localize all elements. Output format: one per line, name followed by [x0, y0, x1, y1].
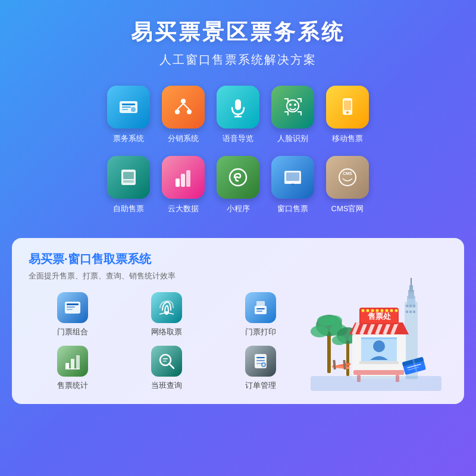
svg-point-18 — [346, 111, 349, 114]
svg-point-71 — [327, 315, 342, 326]
icon-box-big-data — [162, 156, 205, 199]
panel-subtitle: 全面提升售票、打票、查询、销售统计效率 — [29, 271, 305, 281]
icon-label-ticket-system: 票务系统 — [113, 133, 144, 144]
svg-rect-46 — [163, 358, 168, 359]
svg-rect-17 — [344, 101, 351, 110]
icon-item-mini-program[interactable]: 小程序 — [217, 156, 259, 214]
icon-item-voice-guide[interactable]: 语音导览 — [217, 86, 259, 144]
icon-label-big-data: 云大数据 — [168, 203, 199, 214]
svg-rect-60 — [406, 305, 408, 307]
feature-item-sales-stats[interactable]: 售票统计 — [29, 346, 117, 391]
icon-box-cms: CMS — [326, 156, 369, 199]
svg-line-8 — [177, 104, 183, 109]
svg-rect-64 — [409, 311, 412, 313]
icon-item-self-service[interactable]: 自助售票 — [107, 156, 150, 214]
feature-icon-sales-stats — [57, 346, 88, 377]
svg-rect-92 — [353, 370, 404, 375]
icon-item-distribution[interactable]: 分销系统 — [162, 86, 205, 144]
icon-box-distribution — [162, 86, 205, 129]
feature-label-network-ticket: 网络取票 — [151, 327, 182, 337]
icon-label-self-service: 自助售票 — [113, 203, 144, 214]
feature-icon-ticket-combo — [57, 292, 88, 323]
feature-item-shift-query[interactable]: 当班查询 — [123, 346, 211, 391]
bottom-right-section: 售票处 — [305, 251, 447, 391]
bottom-left-section: 易买票·窗口售取票系统 全面提升售票、打票、查询、销售统计效率 门票组合 网络取… — [29, 251, 305, 391]
main-container: 易买票景区票务系统 人工窗口售票系统解决方案 票务系统 分销系统 语音导览 人脸… — [0, 0, 476, 476]
svg-rect-27 — [286, 173, 299, 181]
svg-point-5 — [181, 99, 186, 104]
svg-rect-2 — [122, 107, 131, 108]
feature-icon-network-ticket — [151, 292, 182, 323]
feature-label-ticket-print: 门票打印 — [245, 327, 276, 337]
svg-text:CMS: CMS — [343, 171, 352, 176]
feature-label-order-mgmt: 订单管理 — [245, 380, 276, 391]
bottom-panel: 易买票·窗口售取票系统 全面提升售票、打票、查询、销售统计效率 门票组合 网络取… — [12, 238, 464, 404]
svg-point-15 — [294, 104, 296, 106]
icon-box-mini-program — [217, 156, 259, 199]
svg-point-85 — [395, 309, 398, 312]
svg-rect-103 — [333, 360, 336, 369]
icon-item-cms[interactable]: CMS CMS官网 — [326, 156, 369, 214]
svg-point-68 — [311, 325, 328, 337]
svg-rect-50 — [256, 360, 265, 361]
svg-rect-49 — [256, 357, 265, 358]
svg-rect-1 — [122, 104, 135, 105]
svg-rect-33 — [67, 303, 79, 305]
icon-label-window-ticket: 窗口售票 — [277, 203, 308, 214]
svg-rect-21 — [123, 180, 134, 183]
icon-item-face-recognition[interactable]: 人脸识别 — [271, 86, 314, 144]
svg-rect-47 — [163, 361, 167, 362]
top-icons-grid: 票务系统 分销系统 语音导览 人脸识别 移动售票 — [36, 86, 440, 226]
feature-label-ticket-combo: 门票组合 — [57, 327, 88, 337]
feature-grid: 门票组合 网络取票 门票打印 售票统计 当班查询 订单管理 — [29, 292, 305, 391]
icon-item-ticket-system[interactable]: 票务系统 — [107, 86, 150, 144]
svg-rect-20 — [123, 172, 134, 179]
svg-rect-63 — [406, 311, 408, 313]
svg-point-29 — [292, 183, 294, 186]
icon-item-big-data[interactable]: 云大数据 — [162, 156, 205, 214]
feature-label-sales-stats: 售票统计 — [57, 380, 88, 391]
icon-item-mobile-ticket[interactable]: 移动售票 — [326, 86, 369, 144]
sub-title: 人工窗口售票系统解决方案 — [159, 52, 317, 68]
feature-item-ticket-combo[interactable]: 门票组合 — [29, 292, 117, 337]
svg-rect-90 — [359, 361, 399, 364]
icon-box-ticket-system — [107, 86, 150, 129]
svg-rect-72 — [346, 340, 349, 376]
icon-label-cms: CMS官网 — [331, 203, 364, 214]
svg-point-6 — [175, 109, 180, 114]
svg-rect-24 — [186, 170, 190, 187]
icon-box-window-ticket — [271, 156, 314, 199]
svg-rect-58 — [409, 285, 413, 292]
icon-item-window-ticket[interactable]: 窗口售票 — [271, 156, 314, 214]
svg-point-4 — [131, 107, 136, 112]
icon-label-mini-program: 小程序 — [227, 203, 250, 214]
feature-item-order-mgmt[interactable]: 订单管理 — [217, 346, 305, 391]
svg-rect-34 — [67, 306, 75, 308]
svg-point-7 — [187, 109, 192, 114]
svg-text:售票处: 售票处 — [367, 312, 391, 321]
panel-title: 易买票·窗口售取票系统 — [29, 251, 305, 267]
booth-illustration: 售票处 — [311, 272, 441, 391]
svg-rect-42 — [71, 359, 74, 369]
svg-rect-95 — [311, 376, 441, 391]
svg-rect-66 — [327, 331, 331, 373]
icon-box-face-recognition — [271, 86, 314, 129]
svg-rect-40 — [256, 301, 265, 307]
svg-rect-35 — [67, 309, 73, 310]
svg-rect-61 — [409, 305, 412, 307]
feature-item-ticket-print[interactable]: 门票打印 — [217, 292, 305, 337]
svg-rect-62 — [413, 305, 415, 307]
svg-rect-65 — [413, 311, 415, 313]
svg-rect-10 — [235, 99, 241, 110]
svg-rect-3 — [122, 109, 128, 110]
svg-point-78 — [362, 309, 365, 312]
svg-rect-41 — [65, 363, 69, 369]
feature-icon-shift-query — [151, 346, 182, 377]
svg-rect-22 — [176, 178, 180, 187]
main-title: 易买票景区票务系统 — [131, 18, 345, 47]
icons-row-1: 票务系统 分销系统 语音导览 人脸识别 移动售票 — [36, 86, 440, 144]
svg-point-74 — [332, 336, 346, 345]
feature-item-network-ticket[interactable]: 网络取票 — [123, 292, 211, 337]
svg-rect-43 — [76, 355, 80, 369]
icons-row-2: 自助售票 云大数据 小程序 窗口售票 CMS CMS官网 — [36, 156, 440, 214]
